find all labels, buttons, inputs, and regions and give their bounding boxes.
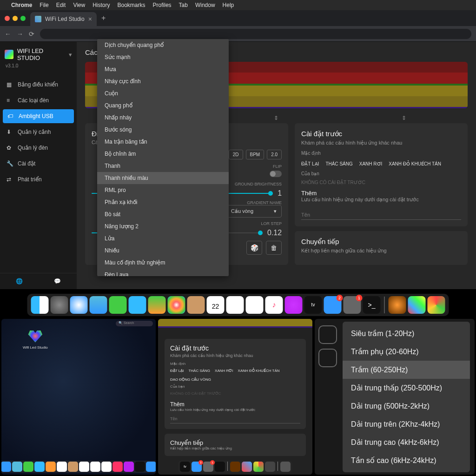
frequency-option[interactable]: Dải trung trên (2Khz-4kHz): [343, 415, 470, 433]
effect-option[interactable]: Ma trận băng tần: [97, 136, 229, 148]
minimize-window[interactable]: [13, 16, 18, 21]
dock-icon[interactable]: [242, 462, 252, 472]
slot-icon[interactable]: [318, 325, 337, 344]
dock-icon[interactable]: [57, 462, 67, 472]
tab-bpm[interactable]: BPM: [246, 150, 264, 159]
sidebar-item-dashboard[interactable]: ▦Bảng điều khiển: [0, 77, 77, 93]
notes-icon[interactable]: [246, 296, 264, 314]
effect-option[interactable]: Nháy cực đỉnh: [97, 75, 229, 87]
music-icon[interactable]: ♪: [265, 296, 283, 314]
frequency-option[interactable]: Dải trung thấp (250-500Hz): [343, 379, 470, 397]
dock-icon[interactable]: [68, 462, 78, 472]
maps-icon[interactable]: [148, 296, 166, 314]
appstore-icon[interactable]: 2: [324, 296, 342, 314]
sidebar-item-dev[interactable]: ⇄Phát triển: [0, 172, 77, 187]
effect-option[interactable]: Thanh: [97, 160, 229, 172]
dock-icon[interactable]: [23, 462, 33, 472]
close-window[interactable]: [5, 16, 10, 21]
menu-help[interactable]: Help: [223, 2, 234, 8]
tab-2d[interactable]: 2D: [229, 150, 243, 159]
close-tab-icon[interactable]: ×: [88, 15, 92, 23]
slot-icon[interactable]: [318, 349, 337, 367]
menu-file[interactable]: File: [40, 2, 48, 8]
frequency-option[interactable]: Trầm (60-250Hz): [343, 361, 470, 379]
menu-window[interactable]: Window: [195, 2, 215, 8]
effect-option[interactable]: Thanh nhiều màu: [97, 172, 229, 184]
frequency-option[interactable]: Siêu trầm (1-20Hz): [343, 324, 470, 343]
browser-tab[interactable]: WiFi Led Studio ×: [30, 12, 97, 26]
sidebar-item-scenes[interactable]: ⬇Quản lý cảnh: [0, 124, 77, 140]
effect-option[interactable]: Cuộn: [97, 87, 229, 99]
effect-dropdown[interactable]: Dịch chuyển quang phổSức mạnhMưaNháy cực…: [97, 39, 229, 276]
dock-icon[interactable]: [79, 462, 89, 472]
dock-icon[interactable]: [46, 462, 56, 472]
reminders-icon[interactable]: [226, 296, 244, 314]
effect-option[interactable]: Dịch chuyển quang phổ: [97, 39, 229, 51]
menu-view[interactable]: View: [73, 2, 85, 8]
randomize-button[interactable]: 🎲: [246, 241, 262, 255]
preset-name-input[interactable]: [301, 210, 461, 220]
tv-icon[interactable]: tv: [304, 296, 322, 314]
effect-option[interactable]: Quang phổ: [97, 99, 229, 112]
preset-item[interactable]: THÁC SÁNG: [325, 161, 352, 166]
desktop-app-icon[interactable]: Wifi Led Studio: [23, 328, 48, 350]
dock-icon[interactable]: [101, 462, 112, 472]
preset-item[interactable]: XANH ĐỎ KHUẾCH TÁN: [238, 369, 280, 373]
handle-icon[interactable]: ⇕: [274, 115, 278, 121]
effect-option[interactable]: Năng lượng 2: [97, 220, 229, 232]
contacts-icon[interactable]: [187, 296, 205, 314]
effect-option[interactable]: Sức mạnh: [97, 51, 229, 63]
photos-icon[interactable]: [168, 296, 185, 314]
sidebar-item-lights[interactable]: ≡Các loại đèn: [0, 93, 77, 108]
menu-profiles[interactable]: Profiles: [153, 2, 172, 8]
dock-icon[interactable]: [265, 462, 275, 472]
dock-icon[interactable]: [230, 462, 240, 472]
app1-icon[interactable]: [389, 296, 406, 314]
calendar-icon[interactable]: 22: [207, 296, 225, 314]
spotlight-search[interactable]: 🔍 Search: [116, 321, 153, 326]
dock-icon[interactable]: [215, 462, 225, 472]
effect-option[interactable]: RML pro: [97, 184, 229, 196]
dock-icon[interactable]: [112, 462, 123, 472]
sidebar-item-amblight[interactable]: 🏷Amblight USB: [3, 109, 74, 123]
menu-bookmarks[interactable]: Bookmarks: [118, 2, 145, 8]
effect-option[interactable]: Phản xạ khối: [97, 196, 229, 208]
preset-item[interactable]: XANH RƠI: [215, 369, 233, 373]
tab-20[interactable]: 2.0: [267, 150, 282, 159]
frequency-option[interactable]: Trầm phụ (20-60Hz): [343, 343, 470, 361]
menu-history[interactable]: History: [93, 2, 110, 8]
address-bar[interactable]: [40, 29, 471, 39]
dock-icon[interactable]: [1, 462, 11, 472]
effect-option[interactable]: Mưa: [97, 63, 229, 75]
reload-button[interactable]: ⟳: [29, 30, 34, 38]
frequency-option[interactable]: Dải trung cao (4kHz-6kHz): [343, 433, 470, 451]
gradient-select[interactable]: Cầu vòng▾: [226, 205, 282, 218]
chrome-icon[interactable]: [428, 296, 445, 314]
frequency-dropdown[interactable]: Siêu trầm (1-20Hz)Trầm phụ (20-60Hz)Trầm…: [343, 322, 470, 472]
back-button[interactable]: ←: [5, 30, 11, 38]
effect-option[interactable]: Nhấp nháy: [97, 112, 229, 124]
launchpad-icon[interactable]: [51, 296, 68, 314]
settings-icon[interactable]: 1: [344, 296, 361, 314]
messages2-icon[interactable]: [129, 296, 146, 314]
effect-option[interactable]: Đèn Lava: [97, 269, 229, 276]
frequency-option[interactable]: Dải trung (500Hz-2kHz): [343, 397, 470, 415]
flip-toggle[interactable]: [270, 171, 282, 177]
sidebar-item-settings[interactable]: 🔧Cài đặt: [0, 156, 77, 172]
menu-edit[interactable]: Edit: [56, 2, 66, 8]
new-tab-button[interactable]: +: [97, 14, 110, 22]
trash-icon[interactable]: [280, 462, 291, 472]
messages-icon[interactable]: [109, 296, 127, 314]
forward-button[interactable]: →: [17, 30, 23, 38]
effect-option[interactable]: Bộ chỉnh âm: [97, 148, 229, 160]
dock-icon[interactable]: [253, 462, 264, 472]
preset-item[interactable]: ĐẶT LẠI: [170, 369, 184, 373]
sidebar-item-lightmgr[interactable]: ✿Quản lý đèn: [0, 140, 77, 156]
preset-item[interactable]: THÁC SÁNG: [188, 369, 210, 373]
dock-icon[interactable]: 2: [192, 462, 202, 472]
dock-icon[interactable]: [34, 462, 45, 472]
safari-icon[interactable]: [70, 296, 88, 314]
dock-icon[interactable]: [12, 462, 22, 472]
dock-icon[interactable]: [146, 462, 156, 472]
effect-option[interactable]: Nhiều: [97, 245, 229, 257]
